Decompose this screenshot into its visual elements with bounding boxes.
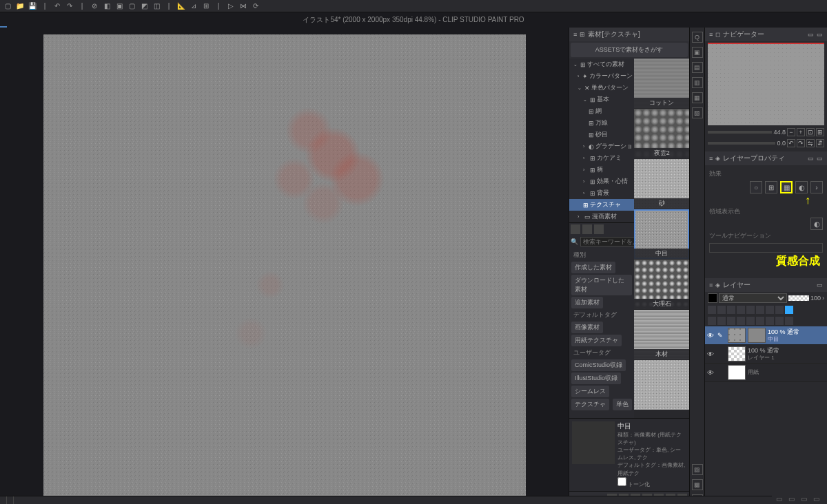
fit-icon[interactable]: ⊡ — [806, 128, 815, 136]
prop-tab-icon[interactable]: ▭ — [808, 155, 814, 162]
tree-effect[interactable]: ›⊞効果・心情 — [569, 176, 634, 187]
mask-add-icon[interactable] — [756, 317, 764, 325]
tree-sand[interactable]: ⊞砂目 — [569, 129, 634, 140]
opacity-chevron-icon[interactable]: › — [822, 295, 824, 302]
redo-icon[interactable]: ↷ — [65, 1, 74, 11]
grid-icon[interactable]: ⊞ — [201, 1, 211, 11]
tree-background[interactable]: ›⊞背景 — [569, 187, 634, 199]
brush-icon[interactable]: ▥ — [692, 77, 703, 88]
zoom-in-icon[interactable]: + — [797, 128, 805, 136]
tag-texture[interactable]: テクスチャ — [571, 399, 609, 410]
lock-alpha-icon[interactable] — [746, 306, 755, 314]
hamburger-icon[interactable]: ≡ — [709, 155, 713, 162]
blend-mode-select[interactable]: 通常 — [719, 293, 787, 303]
zoom-slider[interactable] — [708, 131, 772, 134]
border-icon[interactable]: ◫ — [152, 1, 161, 11]
open-icon[interactable]: 📁 — [15, 1, 25, 11]
material-thumb[interactable]: コットン — [634, 59, 689, 108]
quickaccess-icon[interactable]: Q — [692, 32, 703, 43]
layers-tab-icon[interactable]: ▭ — [817, 282, 823, 288]
bot-icon-2[interactable]: ▭ — [788, 495, 798, 503]
material-thumb[interactable]: 中目 — [634, 209, 689, 259]
draft-icon[interactable] — [727, 306, 735, 314]
tree-gradation[interactable]: ›◐グラデーショ — [569, 140, 634, 152]
material-thumb[interactable] — [634, 360, 689, 410]
region-color-swatch[interactable]: ◐ — [810, 218, 823, 230]
visibility-icon[interactable]: 👁 — [707, 369, 715, 377]
layer-row[interactable]: 👁✎100 % 通常中目 — [705, 326, 827, 345]
ruler-vis-icon[interactable] — [766, 306, 774, 314]
tree-mono-pattern[interactable]: ⌄✕単色パターン — [569, 82, 634, 94]
visibility-icon[interactable]: 👁 — [707, 332, 715, 339]
bot-icon-3[interactable]: ▭ — [801, 495, 810, 503]
play-icon[interactable]: ▷ — [226, 1, 236, 11]
tone-effect-icon[interactable]: ⊞ — [765, 181, 777, 193]
invert-icon[interactable]: ◩ — [139, 1, 149, 11]
tag-mono[interactable]: 単色 — [613, 399, 632, 410]
mask-icon[interactable] — [756, 306, 764, 314]
2pane-icon[interactable] — [785, 317, 793, 325]
rotate-ccw-icon[interactable]: ↶ — [787, 139, 795, 147]
flip-h-icon[interactable]: ⇋ — [806, 139, 815, 147]
ruler-icon[interactable]: 📐 — [176, 1, 186, 11]
folder-del-icon[interactable] — [582, 224, 592, 234]
merge-icon[interactable] — [737, 317, 745, 325]
nav-tab2-icon[interactable]: ▭ — [817, 31, 823, 38]
clip-icon[interactable] — [708, 306, 716, 314]
opacity-slider[interactable] — [788, 295, 809, 301]
tag-comic[interactable]: ComicStudio収録 — [571, 359, 626, 371]
lock-icon[interactable] — [737, 306, 745, 314]
deselect-icon[interactable]: ▢ — [127, 1, 136, 11]
tag-paper-tex[interactable]: 用紙テクスチャ — [571, 335, 622, 346]
tree-all-materials[interactable]: ⌄⊞すべての素材 — [569, 59, 634, 70]
snap-icon[interactable]: ⊿ — [189, 1, 198, 11]
tag-image[interactable]: 画像素材 — [571, 322, 603, 333]
bot-icon-4[interactable]: ▭ — [813, 495, 823, 503]
bot-icon-1[interactable]: ▭ — [776, 495, 786, 503]
tree-manga[interactable]: ›▭漫画素材 — [569, 211, 634, 222]
chevron-icon[interactable]: › — [810, 181, 823, 193]
tag-created[interactable]: 作成した素材 — [571, 262, 615, 273]
fill-icon[interactable]: ◧ — [102, 1, 112, 11]
tree-texture[interactable]: ⊞テクスチャ — [569, 199, 634, 211]
onion-icon[interactable]: ⋈ — [238, 1, 248, 11]
save-icon[interactable]: 💾 — [28, 1, 37, 11]
toolnav-box[interactable] — [709, 243, 823, 253]
autoaction-icon[interactable]: ▩ — [692, 479, 703, 490]
apply-mask-icon[interactable] — [766, 317, 774, 325]
rotate-slider[interactable] — [708, 142, 775, 145]
clear-icon[interactable]: ⊘ — [90, 1, 99, 11]
layer-color-icon[interactable]: ◐ — [795, 181, 808, 193]
new-icon[interactable]: ▢ — [3, 1, 12, 11]
tree-kakeami[interactable]: ›⊞カケアミ — [569, 152, 634, 164]
undo-icon[interactable]: ↶ — [52, 1, 62, 11]
tree-pattern[interactable]: ›⊞柄 — [569, 164, 634, 176]
color-swatch[interactable] — [708, 293, 717, 303]
layer-row[interactable]: 👁100 % 通常レイヤー 1 — [705, 345, 827, 364]
flip-v-icon[interactable]: ⇵ — [816, 139, 824, 147]
tag-seamless[interactable]: シームレス — [571, 386, 609, 397]
subtool-icon[interactable]: ▣ — [692, 47, 703, 58]
layer-row[interactable]: 👁用紙 — [705, 364, 827, 382]
new-folder-icon[interactable] — [717, 317, 726, 325]
material-thumb[interactable]: 夜雲2 — [634, 109, 689, 158]
ref-icon[interactable] — [717, 306, 726, 314]
folder-add-icon[interactable] — [571, 224, 580, 234]
delete-layer-icon[interactable] — [775, 317, 784, 325]
color-icon[interactable]: ▦ — [692, 92, 703, 103]
tag-added[interactable]: 追加素材 — [571, 297, 603, 308]
bottom-scrollbar[interactable] — [0, 496, 827, 504]
hamburger-icon[interactable]: ≡ — [709, 282, 713, 288]
actual-icon[interactable]: ⊞ — [816, 128, 824, 136]
material-thumb[interactable]: 砂 — [634, 159, 689, 209]
tree-color-pattern[interactable]: ›✦カラーパターン — [569, 70, 634, 82]
combine-icon[interactable] — [746, 317, 755, 325]
tree-lines[interactable]: ⊞万線 — [569, 117, 634, 129]
transfer-icon[interactable] — [727, 317, 735, 325]
rotate-cw-icon[interactable]: ↷ — [797, 139, 805, 147]
tooloption-icon[interactable]: ▤ — [692, 62, 703, 73]
assets-search-button[interactable]: ASSETSで素材をさがす — [571, 43, 688, 57]
navigator-canvas[interactable] — [708, 43, 824, 125]
tree-net[interactable]: ⊞網 — [569, 105, 634, 117]
material-search-input[interactable] — [580, 237, 634, 246]
